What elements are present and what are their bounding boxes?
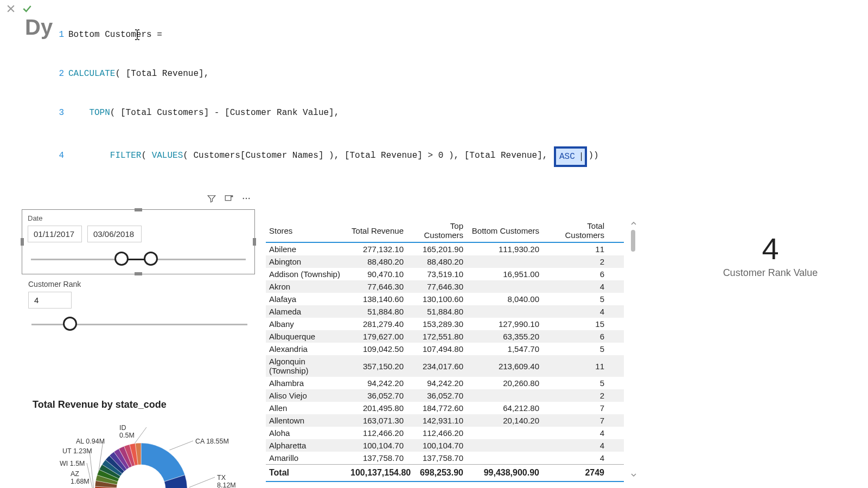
table-row[interactable]: Albany281,279.40153,289.30127,990.1015 <box>266 318 624 330</box>
table-row[interactable]: Aloha112,466.20112,466.204 <box>266 427 624 439</box>
table-scrollbar[interactable] <box>629 219 638 479</box>
table-cell: 94,242.20 <box>407 377 467 389</box>
table-cell: Alexandria <box>266 343 347 355</box>
table-cell: 137,758.70 <box>407 452 467 464</box>
table-cell: 88,480.20 <box>407 255 467 268</box>
table-row[interactable]: Alexandria109,042.50107,494.801,547.705 <box>266 343 624 355</box>
customer-rank-card[interactable]: 4 Customer Rank Value <box>711 231 830 279</box>
stores-table[interactable]: StoresTotal RevenueTop CustomersBottom C… <box>266 219 624 482</box>
table-row[interactable]: Algonquin (Township)357,150.20234,017.60… <box>266 355 624 377</box>
table-cell: 5 <box>542 343 608 355</box>
table-header-cell[interactable]: Total Revenue <box>347 224 407 237</box>
table-cell: 130,100.60 <box>407 293 467 305</box>
table-total-cell: Total <box>266 465 347 481</box>
table-cell: 4 <box>542 280 608 293</box>
svg-line-5 <box>189 477 215 487</box>
cancel-formula-icon[interactable] <box>5 3 16 16</box>
table-cell: 163,071.30 <box>347 414 407 427</box>
table-cell <box>467 432 542 435</box>
table-cell: 5 <box>542 377 608 389</box>
date-range-slider[interactable] <box>28 251 249 267</box>
table-cell: 36,052.70 <box>347 389 407 402</box>
table-cell: Albuquerque <box>266 330 347 343</box>
scroll-up-icon[interactable] <box>629 219 638 228</box>
table-row[interactable]: Alafaya138,140.60130,100.608,040.005 <box>266 293 624 305</box>
table-row[interactable]: Akron77,646.3077,646.304 <box>266 280 624 293</box>
table-row[interactable]: Aliso Viejo36,052.7036,052.702 <box>266 389 624 402</box>
table-cell: 213,609.40 <box>467 360 542 373</box>
table-header-cell[interactable]: Top Customers <box>407 219 467 242</box>
table-cell: 107,494.80 <box>407 343 467 355</box>
table-total-cell: 2749 <box>542 465 608 481</box>
table-cell <box>467 394 542 397</box>
table-cell: 1,547.70 <box>467 343 542 355</box>
table-cell: Akron <box>266 280 347 293</box>
date-to-input[interactable]: 03/06/2018 <box>87 226 142 242</box>
table-cell: 90,470.10 <box>347 268 407 280</box>
table-row[interactable]: Allen201,495.80184,772.6064,212.807 <box>266 402 624 414</box>
scroll-down-icon[interactable] <box>629 471 638 479</box>
focus-mode-icon[interactable] <box>224 194 234 205</box>
table-cell <box>467 310 542 313</box>
slider-handle-to[interactable] <box>144 252 158 266</box>
table-cell: 7 <box>542 414 608 427</box>
rank-value-input[interactable]: 4 <box>28 292 72 309</box>
revenue-by-state-chart[interactable]: Total Revenue by state_code CA 18.55MTX8… <box>33 399 260 488</box>
svg-line-4 <box>169 441 193 450</box>
table-header-cell[interactable]: Total Customers <box>542 219 608 242</box>
table-row[interactable]: Alameda51,884.8051,884.804 <box>266 305 624 318</box>
svg-point-2 <box>246 198 247 199</box>
table-cell: Abilene <box>266 243 347 255</box>
asc-token-highlight: ASC <box>554 146 587 167</box>
commit-formula-icon[interactable] <box>22 3 33 16</box>
svg-point-1 <box>243 198 244 199</box>
background-brand: Dy <box>25 15 53 40</box>
table-row[interactable]: Amarillo137,758.70137,758.704 <box>266 452 624 464</box>
table-cell: 138,140.60 <box>347 293 407 305</box>
filter-icon[interactable] <box>207 194 216 205</box>
table-cell: 112,466.20 <box>407 427 467 439</box>
date-from-input[interactable]: 01/11/2017 <box>28 226 82 242</box>
table-cell: 8,040.00 <box>467 293 542 305</box>
scrollbar-thumb[interactable] <box>631 230 635 252</box>
table-row[interactable]: Alhambra94,242.2094,242.2020,260.805 <box>266 377 624 389</box>
date-slicer-visual[interactable]: Date 01/11/2017 03/06/2018 <box>22 209 255 274</box>
table-cell: 6 <box>542 268 608 280</box>
table-row[interactable]: Abington88,480.2088,480.202 <box>266 255 624 268</box>
table-row[interactable]: Allentown163,071.30142,931.1020,140.207 <box>266 414 624 427</box>
table-cell: Albany <box>266 318 347 330</box>
chart-title: Total Revenue by state_code <box>33 399 260 410</box>
table-cell: 15 <box>542 318 608 330</box>
card-label: Customer Rank Value <box>711 267 830 279</box>
table-cell: 11 <box>542 243 608 255</box>
table-cell: 2 <box>542 255 608 268</box>
table-cell: Alhambra <box>266 377 347 389</box>
rank-slider-handle[interactable] <box>63 317 77 331</box>
donut-chart-svg[interactable] <box>33 416 244 488</box>
table-cell: 109,042.50 <box>347 343 407 355</box>
table-cell: Addison (Township) <box>266 268 347 280</box>
table-header-cell[interactable]: Stores <box>266 224 347 237</box>
table-cell: 5 <box>542 293 608 305</box>
table-cell: 111,930.20 <box>467 243 542 255</box>
table-cell: 137,758.70 <box>347 452 407 464</box>
dax-editor[interactable]: 1Bottom Customers = 2CALCULATE( [Total R… <box>54 2 599 192</box>
table-cell: 4 <box>542 439 608 452</box>
table-row[interactable]: Abilene277,132.10165,201.90111,930.2011 <box>266 243 624 255</box>
table-row[interactable]: Albuquerque179,627.00172,551.8063,355.20… <box>266 330 624 343</box>
donut-slice[interactable] <box>141 443 185 481</box>
table-cell: 73,519.10 <box>407 268 467 280</box>
rank-slider[interactable] <box>28 315 251 337</box>
more-options-icon[interactable] <box>241 194 251 205</box>
customer-rank-slicer[interactable]: Customer Rank 4 <box>28 280 251 337</box>
table-total-row: Total100,137,154.80698,253.9099,438,900.… <box>266 464 624 482</box>
slider-handle-from[interactable] <box>114 252 129 266</box>
table-cell: Allen <box>266 402 347 414</box>
table-header-cell[interactable]: Bottom Customers <box>467 224 542 237</box>
table-cell: 77,646.30 <box>407 280 467 293</box>
table-row[interactable]: Alpharetta100,104.70100,104.704 <box>266 439 624 452</box>
svg-rect-0 <box>225 196 231 201</box>
table-row[interactable]: Addison (Township)90,470.1073,519.1016,9… <box>266 268 624 280</box>
table-cell: 36,052.70 <box>407 389 467 402</box>
table-cell: 2 <box>542 389 608 402</box>
